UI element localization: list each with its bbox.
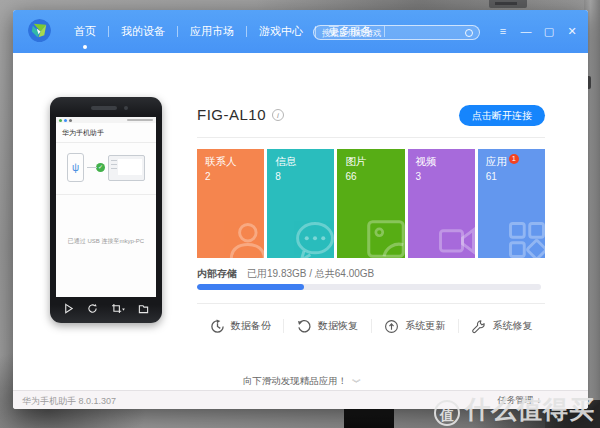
- storage-summary: 内部存储 已用19.83GB / 总共64.00GB: [197, 267, 374, 281]
- update-circle-icon: [384, 319, 399, 334]
- phone-screen: 华为手机助手 ψ ✓ 已通过 USB 连接至mkyp-PC: [56, 117, 156, 297]
- tool-label: 数据备份: [231, 319, 271, 333]
- search-input[interactable]: [320, 27, 465, 39]
- tile-count: 3: [416, 171, 475, 182]
- minimize-icon[interactable]: —: [520, 26, 532, 37]
- tile-pictures[interactable]: 图片 66: [337, 149, 404, 258]
- usb-connection-illustration: ψ ✓: [56, 143, 156, 195]
- task-manager-label: 任务管理: [498, 394, 534, 407]
- device-name-label: FIG-AL10: [197, 106, 266, 123]
- storage-label: 内部存储: [197, 267, 237, 281]
- menu-icon[interactable]: ≡: [497, 26, 509, 37]
- tool-label: 系统修复: [492, 319, 532, 333]
- usb-cable-icon: [87, 167, 97, 168]
- tile-label: 联系人: [205, 155, 237, 169]
- phone-speaker: [91, 106, 117, 110]
- device-name: FIG-AL10 i: [197, 106, 284, 123]
- device-panel: FIG-AL10 i 点击断开连接 联系人 2 信息: [197, 53, 545, 390]
- screenshot-crop-icon[interactable]: [111, 303, 125, 314]
- tool-data-restore[interactable]: 数据恢复: [284, 319, 370, 334]
- phone-device-icon: ψ: [67, 153, 84, 182]
- tools-row: 数据备份 数据恢复: [197, 311, 545, 341]
- tool-label: 数据恢复: [318, 319, 358, 333]
- contacts-person-icon: [224, 218, 264, 258]
- storage-usage-text: 已用19.83GB / 总共64.00GB: [247, 267, 374, 281]
- task-manager-button[interactable]: 任务管理 ↓: [498, 394, 542, 407]
- search-box[interactable]: [313, 25, 480, 40]
- background-top-smudge: [489, 0, 527, 8]
- picture-photo-icon: [363, 216, 405, 258]
- promo-hint[interactable]: 向下滑动发现精品应用！》: [13, 375, 588, 388]
- tool-system-repair[interactable]: 系统修复: [459, 319, 545, 334]
- tab-home[interactable]: 首页: [62, 24, 108, 39]
- tab-my-devices[interactable]: 我的设备: [109, 24, 177, 39]
- tile-label: 视频: [416, 155, 437, 169]
- window-controls: ≡ — ▢ ✕: [497, 10, 578, 53]
- tab-home-label: 首页: [74, 25, 96, 37]
- restore-arrow-icon: [297, 319, 312, 334]
- connected-phone-preview: 华为手机助手 ψ ✓ 已通过 USB 连接至mkyp-PC: [50, 97, 162, 323]
- maximize-icon[interactable]: ▢: [543, 26, 555, 37]
- tab-game-center[interactable]: 游戏中心: [247, 24, 315, 39]
- main-content: 华为手机助手 ψ ✓ 已通过 USB 连接至mkyp-PC: [13, 53, 588, 390]
- close-icon[interactable]: ✕: [566, 26, 578, 37]
- tile-apps[interactable]: 应用1 61: [478, 149, 545, 258]
- tile-videos[interactable]: 视频 3: [408, 149, 475, 258]
- app-version-text: 华为手机助手 8.0.1.307: [22, 395, 116, 408]
- tab-app-market[interactable]: 应用市场: [178, 24, 246, 39]
- phone-screen-toolbar: [56, 300, 156, 316]
- refresh-icon[interactable]: [87, 303, 98, 314]
- apps-grid-icon: [505, 218, 545, 258]
- apps-update-badge: 1: [509, 154, 519, 164]
- divider: [197, 303, 545, 304]
- message-bubble-icon: [292, 218, 334, 258]
- status-dot: [69, 119, 72, 122]
- category-tiles: 联系人 2 信息 8: [197, 149, 545, 258]
- tile-count: 66: [345, 171, 404, 182]
- title-bar: 首页 我的设备 应用市场 游戏中心 更多服务 ≡ — ▢ ✕: [13, 10, 588, 53]
- phone-camera-dot: [124, 106, 128, 110]
- search-icon[interactable]: [465, 29, 473, 37]
- storage-progress-track: [197, 284, 541, 290]
- folder-icon[interactable]: [138, 303, 149, 314]
- tile-count: 61: [486, 171, 545, 182]
- hisuite-window: 首页 我的设备 应用市场 游戏中心 更多服务 ≡ — ▢ ✕: [13, 10, 588, 409]
- desktop-background: 首页 我的设备 应用市场 游戏中心 更多服务 ≡ — ▢ ✕: [0, 0, 600, 428]
- tool-label: 系统更新: [405, 319, 445, 333]
- promo-hint-text: 向下滑动发现精品应用！: [243, 375, 348, 386]
- tool-system-update[interactable]: 系统更新: [372, 319, 458, 334]
- status-dot: [64, 119, 67, 122]
- tile-contacts[interactable]: 联系人 2: [197, 149, 264, 258]
- chevron-down-icon: 》: [349, 379, 362, 385]
- disconnect-button[interactable]: 点击断开连接: [459, 105, 545, 126]
- active-tab-dot: [83, 45, 87, 49]
- tile-label: 图片: [345, 155, 366, 169]
- pc-monitor-icon: [108, 155, 145, 181]
- play-back-icon[interactable]: [63, 303, 74, 314]
- status-info-blur: [127, 119, 153, 122]
- status-dot: [59, 119, 62, 122]
- divider: [197, 137, 545, 138]
- tile-label: 信息: [275, 155, 296, 169]
- tile-count: 2: [205, 171, 264, 182]
- status-bar: 华为手机助手 8.0.1.307 任务管理 ↓: [13, 390, 588, 409]
- tile-count: 8: [275, 171, 334, 182]
- backup-clock-icon: [210, 319, 225, 334]
- phone-app-title: 华为手机助手: [56, 123, 156, 143]
- tile-messages[interactable]: 信息 8: [267, 149, 334, 258]
- repair-wrench-icon: [471, 319, 486, 334]
- hisuite-logo-icon: [28, 19, 51, 42]
- storage-progress-fill: [197, 284, 304, 290]
- tile-label: 应用: [486, 155, 507, 169]
- info-icon[interactable]: i: [272, 109, 284, 121]
- phone-stand-object: [344, 406, 394, 428]
- video-camera-icon: [435, 218, 475, 258]
- usb-connected-text: 已通过 USB 连接至mkyp-PC: [56, 237, 156, 246]
- download-arrow-icon: ↓: [537, 396, 542, 405]
- connected-check-icon: ✓: [96, 163, 105, 172]
- tool-data-backup[interactable]: 数据备份: [197, 319, 283, 334]
